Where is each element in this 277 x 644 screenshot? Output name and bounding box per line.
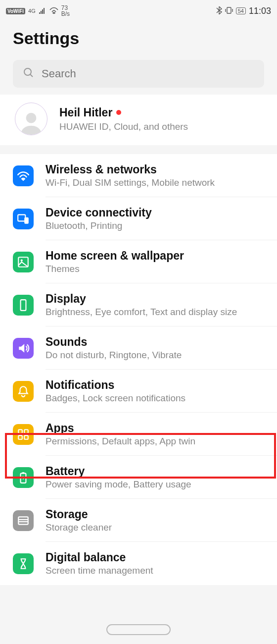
vowifi-badge: VoWiFi — [6, 8, 25, 14]
search-input[interactable] — [42, 67, 254, 80]
gesture-nav-handle[interactable] — [106, 624, 171, 635]
search-icon — [23, 67, 35, 81]
svg-point-6 — [21, 259, 23, 261]
svg-rect-3 — [18, 215, 25, 221]
settings-list: Wireless & networks Wi-Fi, Dual SIM sett… — [0, 154, 277, 585]
battery-indicator: 54 — [236, 7, 246, 14]
bluetooth-icon — [216, 6, 222, 16]
item-subtitle: Power saving mode, Battery usage — [46, 479, 271, 490]
devices-icon — [13, 209, 34, 229]
svg-point-2 — [26, 113, 37, 123]
status-left: VoWiFi 4G 73 B/s — [6, 5, 70, 17]
wifi-icon — [13, 165, 34, 186]
profile-subtitle: HUAWEI ID, Cloud, and others — [59, 121, 268, 132]
item-storage[interactable]: Storage Storage cleaner — [0, 499, 277, 542]
item-title: Digital balance — [46, 551, 271, 564]
svg-rect-14 — [18, 517, 28, 524]
svg-rect-7 — [21, 300, 26, 311]
item-title: Notifications — [46, 378, 271, 392]
item-wireless[interactable]: Wireless & networks Wi-Fi, Dual SIM sett… — [0, 154, 277, 197]
svg-rect-4 — [24, 217, 29, 223]
sound-icon — [13, 338, 34, 359]
signal-icon — [39, 7, 46, 15]
status-bar: VoWiFi 4G 73 B/s 54 11:03 — [0, 0, 277, 20]
item-notifications[interactable]: Notifications Badges, Lock screen notifi… — [0, 370, 277, 413]
item-sounds[interactable]: Sounds Do not disturb, Ringtone, Vibrate — [0, 326, 277, 370]
item-title: Display — [46, 292, 271, 306]
item-subtitle: Brightness, Eye comfort, Text and displa… — [46, 307, 271, 318]
page-title: Settings — [0, 20, 277, 60]
bell-icon — [13, 381, 34, 402]
svg-rect-8 — [18, 429, 22, 433]
phone-icon — [13, 295, 34, 316]
item-title: Wireless & networks — [46, 163, 271, 176]
status-right: 54 11:03 — [216, 6, 271, 16]
item-subtitle: Wi-Fi, Dual SIM settings, Mobile network — [46, 177, 271, 188]
battery-icon — [13, 467, 34, 488]
profile-name: Heil Hitler — [59, 106, 268, 119]
avatar — [15, 103, 47, 135]
svg-rect-10 — [18, 435, 22, 439]
search-bar[interactable] — [13, 60, 264, 88]
section-gap — [0, 145, 277, 154]
image-icon — [13, 252, 34, 272]
item-apps[interactable]: Apps Permissions, Default apps, App twin — [0, 413, 277, 456]
profile-text: Heil Hitler HUAWEI ID, Cloud, and others — [59, 106, 268, 132]
notification-dot-icon — [116, 110, 121, 115]
item-subtitle: Permissions, Default apps, App twin — [46, 436, 271, 447]
clock-time: 11:03 — [249, 6, 271, 16]
item-title: Home screen & wallpaper — [46, 249, 271, 263]
svg-rect-11 — [24, 435, 28, 439]
hourglass-icon — [13, 553, 34, 574]
network-speed: 73 B/s — [61, 5, 70, 17]
svg-point-1 — [24, 68, 31, 75]
item-subtitle: Badges, Lock screen notifications — [46, 393, 271, 404]
storage-icon — [13, 510, 34, 531]
svg-rect-13 — [22, 472, 24, 474]
item-subtitle: Themes — [46, 264, 271, 274]
item-title: Storage — [46, 508, 271, 521]
item-display[interactable]: Display Brightness, Eye comfort, Text an… — [0, 283, 277, 326]
vibrate-icon — [225, 7, 233, 15]
item-subtitle: Storage cleaner — [46, 522, 271, 533]
item-title: Device connectivity — [46, 206, 271, 219]
item-title: Battery — [46, 465, 271, 478]
item-device-connectivity[interactable]: Device connectivity Bluetooth, Printing — [0, 197, 277, 240]
item-subtitle: Bluetooth, Printing — [46, 220, 271, 231]
wifi-icon — [49, 7, 58, 15]
item-battery[interactable]: Battery Power saving mode, Battery usage — [0, 456, 277, 499]
item-title: Sounds — [46, 335, 271, 349]
item-home-wallpaper[interactable]: Home screen & wallpaper Themes — [0, 240, 277, 283]
item-subtitle: Do not disturb, Ringtone, Vibrate — [46, 350, 271, 361]
network-type: 4G — [28, 8, 36, 14]
svg-rect-9 — [24, 429, 28, 433]
item-title: Apps — [46, 422, 271, 435]
item-subtitle: Screen time management — [46, 565, 271, 576]
profile-row[interactable]: Heil Hitler HUAWEI ID, Cloud, and others — [0, 95, 277, 145]
item-digital-balance[interactable]: Digital balance Screen time management — [0, 542, 277, 585]
apps-icon — [13, 424, 34, 445]
svg-rect-0 — [227, 7, 231, 13]
